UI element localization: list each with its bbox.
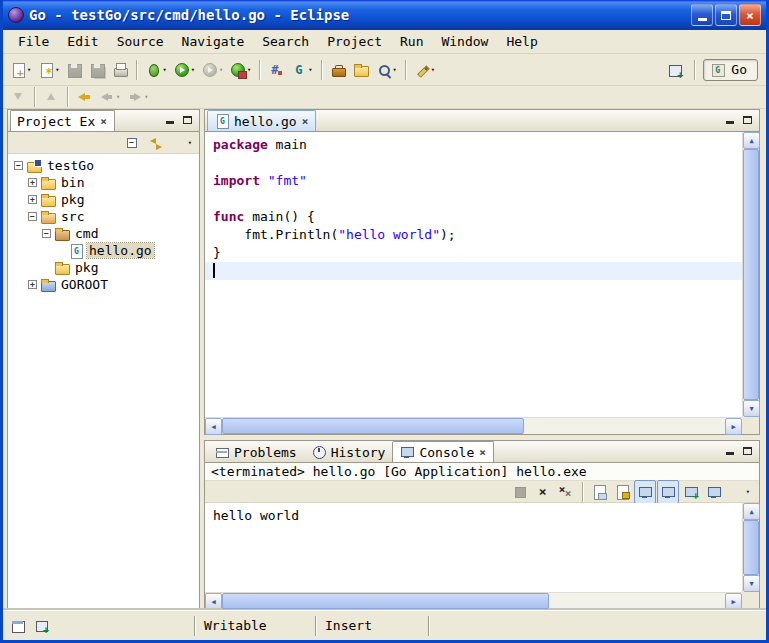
open-type-button[interactable] [327,58,349,82]
minimize-button[interactable] [691,4,713,26]
tree-item-cmd[interactable]: −cmd [8,225,199,242]
save-button[interactable] [63,58,85,82]
view-menu-button[interactable]: ▾ [168,131,195,155]
menu-search[interactable]: Search [253,32,318,51]
go-menu-button[interactable]: ▾ [288,58,315,82]
close-tab-icon[interactable]: × [478,447,487,458]
expand-toggle-icon[interactable]: + [28,178,37,187]
link-editor-button[interactable] [145,131,167,155]
tab-history[interactable]: History [304,441,393,462]
word-wrap-button[interactable] [634,480,656,504]
scroll-lock-button[interactable] [611,480,633,504]
tree-item-pkg[interactable]: +pkg [8,191,199,208]
code-line[interactable]: fmt.Println("hello world"); [205,226,742,244]
tree-item-hello-go[interactable]: hello.go [8,242,199,259]
tree-item-goroot[interactable]: +GOROOT [8,276,199,293]
maximize-button[interactable] [715,4,737,26]
new-menu-button[interactable]: ▾ [35,58,62,82]
close-tab-icon[interactable]: × [301,116,310,127]
scrollbar-thumb[interactable] [743,149,759,400]
launch-shortcut-button[interactable] [31,614,53,638]
minimize-view-button[interactable] [721,112,738,127]
annotations-button[interactable]: ▾ [411,58,438,82]
tab-hello-go[interactable]: hello.go × [207,110,316,131]
tab-console[interactable]: Console× [392,441,493,462]
tree-item-pkg[interactable]: pkg [8,259,199,276]
code-line[interactable]: } [205,244,742,262]
menu-navigate[interactable]: Navigate [173,32,254,51]
maximize-view-button[interactable] [739,112,756,127]
close-button[interactable]: × [739,4,761,26]
search-button[interactable]: ▾ [373,58,400,82]
scrollbar-thumb[interactable] [743,520,759,575]
display-console-button[interactable] [703,480,725,504]
horizontal-scrollbar[interactable]: ◀▶ [205,417,742,434]
debug-button[interactable]: ▾ [142,58,169,82]
run-last-button[interactable]: ▾ [199,58,226,82]
go-perspective-button[interactable]: Go [703,59,758,81]
open-perspective-button[interactable] [664,58,686,82]
code-line[interactable] [205,190,742,208]
vertical-scrollbar[interactable]: ▲▼ [742,503,759,592]
collapse-toggle-icon[interactable]: − [28,212,37,221]
scroll-up-icon[interactable]: ▲ [743,132,760,149]
open-folder-button[interactable] [350,58,372,82]
expand-toggle-icon[interactable]: + [28,280,37,289]
minimize-view-button[interactable] [161,112,178,127]
expand-toggle-icon[interactable]: + [28,195,37,204]
fast-view-button[interactable] [7,614,29,638]
collapse-toggle-icon[interactable]: − [14,161,23,170]
maximize-view-button[interactable] [179,112,196,127]
scroll-left-icon[interactable]: ◀ [205,418,222,435]
scroll-right-icon[interactable]: ▶ [725,593,742,610]
next-annotation-button[interactable] [7,87,29,107]
title-bar[interactable]: Go - testGo/src/cmd/hello.go - Eclipse × [3,0,766,30]
vertical-scrollbar[interactable]: ▲▼ [742,132,759,417]
tree-item-bin[interactable]: +bin [8,174,199,191]
menu-window[interactable]: Window [432,32,497,51]
go-grid-button[interactable] [265,58,287,82]
code-line[interactable]: func main() { [205,208,742,226]
terminate-button[interactable] [509,480,531,504]
menu-help[interactable]: Help [497,32,546,51]
scroll-up-icon[interactable]: ▲ [743,503,760,520]
menu-file[interactable]: File [9,32,58,51]
console-menu-button[interactable]: ▾ [726,480,753,504]
tree-item-testgo[interactable]: −testGo [8,157,199,174]
tab-project-explorer[interactable]: Project Ex × [10,110,115,131]
scroll-right-icon[interactable]: ▶ [725,418,742,435]
back-button[interactable]: ▾ [96,87,123,107]
code-line[interactable] [205,262,742,280]
console-output[interactable]: hello world [205,503,742,592]
forward-button[interactable]: ▾ [124,87,151,107]
scroll-left-icon[interactable]: ◀ [205,593,222,610]
scrollbar-thumb[interactable] [222,593,549,609]
code-line[interactable]: import "fmt" [205,172,742,190]
menu-project[interactable]: Project [318,32,391,51]
collapse-toggle-icon[interactable]: − [42,229,51,238]
horizontal-scrollbar[interactable]: ◀▶ [205,592,742,609]
open-console-button[interactable] [680,480,702,504]
scroll-down-icon[interactable]: ▼ [743,575,760,592]
prev-annotation-button[interactable] [40,87,62,107]
code-editor[interactable]: package mainimport "fmt"func main() { fm… [205,132,742,417]
menu-source[interactable]: Source [108,32,173,51]
print-button[interactable] [109,58,131,82]
save-all-button[interactable] [86,58,108,82]
collapse-all-button[interactable] [122,131,144,155]
tree-item-src[interactable]: −src [8,208,199,225]
external-tools-button[interactable]: ▾ [227,58,254,82]
maximize-view-button[interactable] [739,443,756,458]
clear-console-button[interactable] [588,480,610,504]
close-tab-icon[interactable]: × [99,116,108,127]
code-line[interactable] [205,154,742,172]
remove-launch-button[interactable] [532,480,554,504]
menu-run[interactable]: Run [391,32,432,51]
menu-edit[interactable]: Edit [58,32,107,51]
run-button[interactable]: ▾ [171,58,198,82]
scroll-down-icon[interactable]: ▼ [743,400,760,417]
last-edit-button[interactable] [73,87,95,107]
tab-problems[interactable]: Problems [207,441,304,462]
remove-all-button[interactable] [555,480,577,504]
code-line[interactable]: package main [205,136,742,154]
